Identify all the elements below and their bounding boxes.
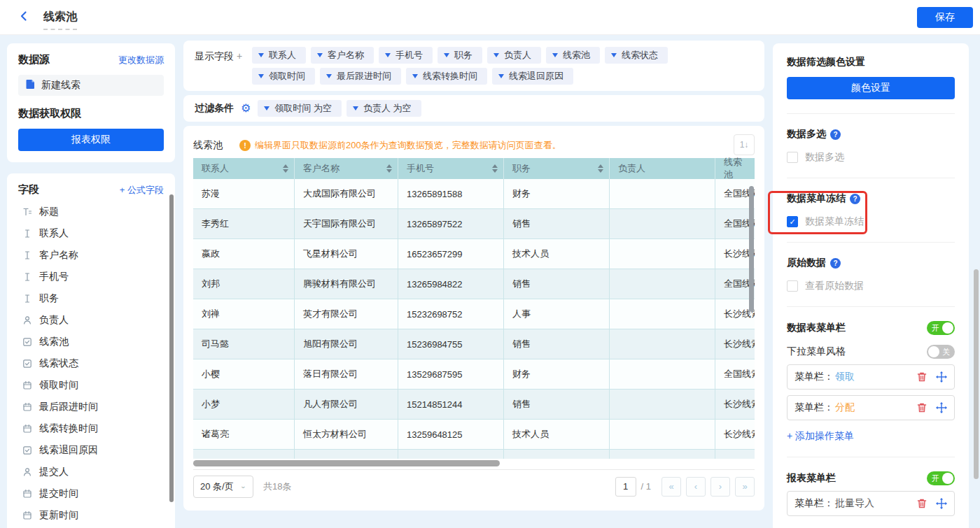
- field-label: 提交人: [39, 466, 69, 478]
- filter-chip-领取时间 为空[interactable]: 领取时间 为空: [258, 100, 342, 117]
- display-field-chip-线索转换时间[interactable]: 线索转换时间: [406, 68, 487, 85]
- sort-icon[interactable]: [283, 164, 288, 173]
- field-item-提交时间[interactable]: 提交时间: [18, 483, 164, 504]
- display-field-chip-手机号[interactable]: 手机号: [379, 47, 433, 64]
- menu-item-prefix: 菜单栏：: [794, 497, 834, 510]
- back-button[interactable]: [18, 10, 29, 24]
- move-icon[interactable]: [936, 402, 947, 413]
- column-header-联系人[interactable]: 联系人: [193, 158, 295, 179]
- display-field-chip-负责人[interactable]: 负责人: [487, 47, 541, 64]
- field-item-更新时间[interactable]: 更新时间: [18, 504, 164, 526]
- display-field-chip-领取时间[interactable]: 领取时间: [252, 68, 315, 85]
- sort-icon[interactable]: [386, 164, 392, 173]
- total-count: 共18条: [263, 480, 291, 493]
- menu-item-actions: [916, 402, 947, 413]
- menu-item-actions: [916, 371, 947, 383]
- display-field-chip-最后跟进时间[interactable]: 最后跟进时间: [320, 68, 401, 85]
- trash-icon[interactable]: [916, 371, 927, 383]
- table-row[interactable]: 李秀红天宇国际有限公司13265897522销售全国线索: [193, 209, 755, 239]
- column-header-客户名称[interactable]: 客户名称: [295, 158, 398, 179]
- field-item-线索状态[interactable]: 线索状态: [18, 352, 164, 374]
- table-vertical-scrollbar[interactable]: [749, 186, 754, 312]
- add-action-menu-link[interactable]: + 添加操作菜单: [787, 430, 854, 443]
- sort-icon[interactable]: [598, 164, 603, 173]
- table-row[interactable]: 嬴政飞星材料公司16523657299技术人员长沙线索: [193, 239, 755, 269]
- table-row[interactable]: 小樱落日有限公司13529687595财务全国线索: [193, 359, 755, 390]
- last-page-button[interactable]: »: [735, 477, 755, 497]
- display-field-chip-线索池[interactable]: 线索池: [546, 47, 600, 64]
- sort-desc-icon: [283, 169, 288, 173]
- question-icon[interactable]: ?: [830, 129, 841, 140]
- question-icon[interactable]: ?: [830, 258, 841, 269]
- fields-scrollbar[interactable]: [169, 194, 174, 502]
- save-button[interactable]: 保存: [917, 7, 973, 28]
- field-item-线索转换时间[interactable]: 线索转换时间: [18, 418, 164, 439]
- table-menu-toggle[interactable]: 开: [927, 321, 955, 335]
- table-row[interactable]: 刘邦腾骏材料有限公司13265984822销售全国线索: [193, 269, 755, 299]
- horizontal-scroll-thumb[interactable]: [193, 460, 500, 466]
- next-page-button[interactable]: ›: [710, 477, 730, 497]
- report-menu-toggle[interactable]: 开: [927, 471, 955, 485]
- window-scrollbar[interactable]: [974, 269, 979, 479]
- table-row[interactable]: 刘禅英才有限公司15232698752人事长沙线索: [193, 299, 755, 329]
- field-item-联系人[interactable]: 联系人: [18, 222, 164, 244]
- display-field-chip-职务[interactable]: 职务: [438, 47, 482, 64]
- column-header-负责人[interactable]: 负责人: [610, 158, 715, 179]
- menu-freeze-checkbox-row[interactable]: ✓ 数据菜单冻结: [787, 215, 955, 228]
- trash-icon[interactable]: [916, 498, 927, 509]
- field-item-最后跟进时间[interactable]: 最后跟进时间: [18, 396, 164, 418]
- table-row[interactable]: 司马懿旭阳有限公司15236984755销售长沙线索: [193, 329, 755, 359]
- first-page-button[interactable]: «: [662, 477, 681, 497]
- table-row[interactable]: 苏漫大成国际有限公司13265891588财务全国线索: [193, 179, 755, 209]
- field-item-手机号[interactable]: 手机号: [18, 266, 164, 287]
- color-setting-button[interactable]: 颜色设置: [787, 77, 955, 99]
- page-number-input[interactable]: 1: [615, 477, 636, 497]
- gear-icon[interactable]: ⚙: [241, 103, 251, 114]
- table-row[interactable]: 诸葛亮恒太方材料公司13259648125技术人员长沙线索: [193, 420, 755, 450]
- chip-label: 线索转换时间: [423, 70, 477, 83]
- table-row[interactable]: 小梦凡人有限公司15214851244销售长沙线索: [193, 390, 755, 420]
- sort-icon[interactable]: [492, 164, 498, 173]
- raw-data-checkbox[interactable]: [787, 280, 798, 292]
- table-cell: [715, 450, 755, 459]
- sort-asc-icon: [492, 164, 498, 168]
- trash-icon[interactable]: [916, 402, 927, 413]
- column-header-职务[interactable]: 职务: [504, 158, 610, 179]
- field-item-客户名称[interactable]: 客户名称: [18, 244, 164, 266]
- display-field-chip-线索退回原因[interactable]: 线索退回原因: [492, 68, 573, 85]
- field-item-领取时间[interactable]: 领取时间: [18, 374, 164, 396]
- filter-chip-负责人 为空[interactable]: 负责人 为空: [346, 100, 421, 117]
- raw-data-checkbox-row[interactable]: 查看原始数据: [787, 280, 955, 292]
- field-item-负责人[interactable]: 负责人: [18, 309, 164, 331]
- page-size-select[interactable]: 20 条/页 ⌄: [193, 476, 253, 498]
- display-field-chip-联系人[interactable]: 联系人: [252, 47, 306, 64]
- add-formula-field-link[interactable]: + 公式字段: [120, 184, 164, 197]
- question-icon[interactable]: ?: [850, 194, 860, 204]
- display-field-chip-线索状态[interactable]: 线索状态: [605, 47, 668, 64]
- field-item-线索退回原因[interactable]: 线索退回原因: [18, 439, 164, 461]
- prev-page-button[interactable]: ‹: [686, 477, 706, 497]
- table-cell: [610, 420, 715, 450]
- change-datasource-link[interactable]: 更改数据源: [118, 54, 164, 66]
- field-item-线索池[interactable]: 线索池: [18, 331, 164, 352]
- display-field-chip-客户名称[interactable]: 客户名称: [311, 47, 374, 64]
- divider: [787, 178, 955, 178]
- table-cell: 财务: [504, 179, 610, 209]
- dropdown-style-toggle[interactable]: 关: [927, 345, 955, 359]
- column-header-手机号[interactable]: 手机号: [398, 158, 504, 179]
- field-item-标题[interactable]: 标题: [18, 201, 164, 222]
- datasource-item[interactable]: 新建线索: [18, 75, 164, 96]
- report-permission-button[interactable]: 报表权限: [18, 129, 164, 151]
- toggle-knob: [942, 322, 953, 334]
- multi-select-checkbox[interactable]: [787, 152, 798, 163]
- report-menu-title: 报表菜单栏: [787, 472, 836, 485]
- move-icon[interactable]: [936, 371, 947, 383]
- field-item-提交人[interactable]: 提交人: [18, 461, 164, 483]
- multi-select-checkbox-row[interactable]: 数据多选: [787, 151, 955, 164]
- column-header-线索池[interactable]: 线索池: [715, 158, 755, 179]
- move-icon[interactable]: [936, 498, 947, 509]
- field-item-职务[interactable]: 职务: [18, 287, 164, 309]
- menu-freeze-checkbox[interactable]: ✓: [787, 216, 798, 227]
- add-display-field-button[interactable]: +: [237, 50, 242, 62]
- sort-order-button[interactable]: 1↓: [734, 134, 755, 155]
